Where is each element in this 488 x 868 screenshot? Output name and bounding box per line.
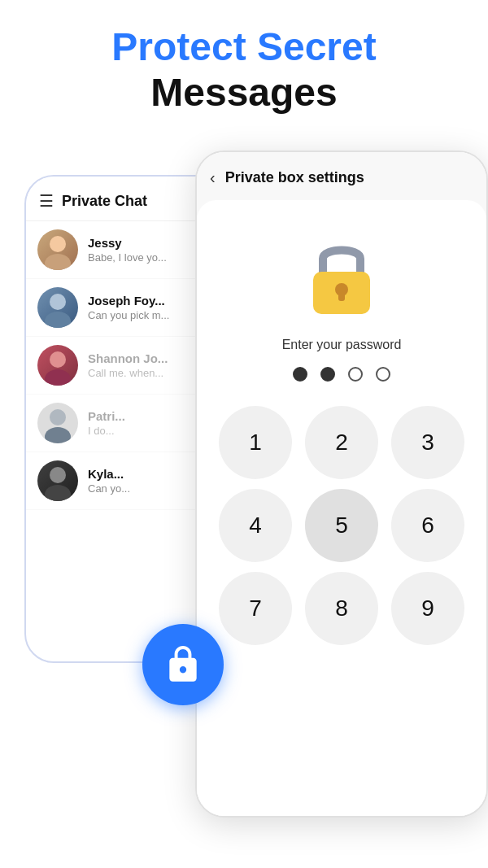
message-preview: I do... <box>88 425 125 437</box>
settings-title: Private box settings <box>225 169 364 186</box>
svg-point-1 <box>45 254 71 270</box>
lock-fab-button[interactable] <box>142 624 224 705</box>
svg-point-4 <box>50 351 66 368</box>
phone-container: ☰ Private Chat Jessy Babe, I love yo... <box>16 150 488 868</box>
svg-point-8 <box>50 467 66 483</box>
lock-fab-icon <box>163 644 203 685</box>
avatar <box>37 287 78 328</box>
pin-dot-1 <box>293 367 307 382</box>
avatar <box>37 460 78 501</box>
pin-dot-2 <box>320 367 335 382</box>
svg-point-9 <box>45 485 71 501</box>
numpad-row-1: 1 2 3 <box>213 406 470 479</box>
svg-point-7 <box>45 427 71 443</box>
contact-name: Jessy <box>88 236 167 250</box>
pin-dots <box>293 367 390 382</box>
front-phone: ‹ Private box settings <box>195 150 488 818</box>
message-preview: Babe, I love yo... <box>88 251 167 264</box>
numpad-4[interactable]: 4 <box>219 489 292 562</box>
chat-info: Shannon Jo... Call me. when... <box>88 351 168 379</box>
svg-point-2 <box>50 294 66 310</box>
password-lock-icon <box>305 233 378 318</box>
numpad-5[interactable]: 5 <box>305 489 378 562</box>
svg-rect-12 <box>338 290 345 301</box>
settings-screen: ‹ Private box settings <box>197 152 486 816</box>
svg-point-5 <box>45 369 71 386</box>
settings-header: ‹ Private box settings <box>197 152 486 200</box>
message-preview: Call me. when... <box>88 367 168 379</box>
chat-info: Kyla... Can yo... <box>88 467 130 495</box>
chat-title: Private Chat <box>62 193 147 210</box>
message-preview: Can yo... <box>88 482 130 495</box>
page-header: Protect Secret Messages <box>0 0 488 132</box>
numpad-6[interactable]: 6 <box>391 489 464 562</box>
numpad-row-2: 4 5 6 <box>213 489 470 562</box>
numpad-8[interactable]: 8 <box>305 572 378 645</box>
avatar <box>37 345 78 386</box>
svg-point-0 <box>50 236 66 252</box>
contact-name: Kyla... <box>88 467 130 481</box>
contact-name: Patri... <box>88 409 125 423</box>
svg-point-3 <box>45 312 71 328</box>
headline-blue: Protect Secret <box>16 26 472 69</box>
headline-black: Messages <box>16 69 472 116</box>
numpad-row-3: 7 8 9 <box>213 572 470 645</box>
back-button[interactable]: ‹ <box>210 168 216 187</box>
avatar <box>37 403 78 443</box>
pin-dot-3 <box>348 367 363 382</box>
numpad-7[interactable]: 7 <box>219 572 292 645</box>
chat-info: Jessy Babe, I love yo... <box>88 236 167 264</box>
numpad-2[interactable]: 2 <box>305 406 378 479</box>
chat-info: Patri... I do... <box>88 409 125 437</box>
lock-icon-container <box>305 233 378 321</box>
settings-body: Enter your password 1 2 3 4 <box>197 200 486 816</box>
contact-name: Joseph Foy... <box>88 294 169 308</box>
pin-dot-4 <box>376 367 390 382</box>
avatar <box>37 229 78 270</box>
chat-info: Joseph Foy... Can you pick m... <box>88 294 169 321</box>
password-label: Enter your password <box>282 338 402 352</box>
svg-point-6 <box>50 409 66 425</box>
numpad-3[interactable]: 3 <box>391 406 464 479</box>
message-preview: Can you pick m... <box>88 309 169 321</box>
numpad: 1 2 3 4 5 6 7 8 9 <box>213 406 470 645</box>
contact-name: Shannon Jo... <box>88 351 168 365</box>
numpad-1[interactable]: 1 <box>219 406 292 479</box>
numpad-9[interactable]: 9 <box>391 572 464 645</box>
menu-icon[interactable]: ☰ <box>39 191 54 211</box>
